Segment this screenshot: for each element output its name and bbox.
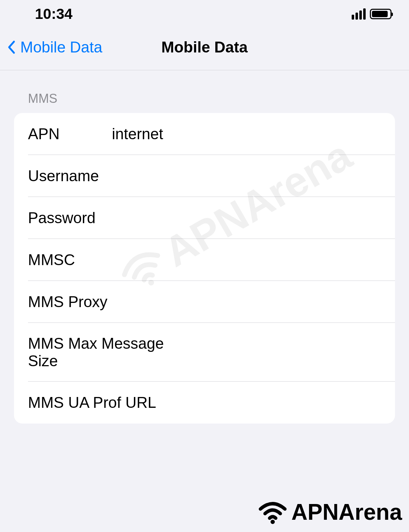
- mms-ua-prof-input[interactable]: [156, 394, 381, 411]
- mms-settings-group: APN Username Password MMSC MMS Proxy MMS…: [14, 113, 395, 424]
- mmsc-input[interactable]: [112, 251, 381, 269]
- apn-label: APN: [28, 125, 112, 143]
- mmsc-row[interactable]: MMSC: [14, 239, 395, 281]
- mms-ua-prof-row[interactable]: MMS UA Prof URL: [14, 382, 395, 424]
- mms-ua-prof-label: MMS UA Prof URL: [28, 394, 156, 411]
- navigation-bar: Mobile Data Mobile Data: [0, 28, 409, 70]
- chevron-left-icon: [7, 40, 15, 54]
- mms-proxy-row[interactable]: MMS Proxy: [14, 281, 395, 323]
- mms-max-size-row[interactable]: MMS Max Message Size: [14, 323, 395, 382]
- password-label: Password: [28, 209, 112, 227]
- footer-logo: APNArena: [257, 499, 402, 525]
- apn-input[interactable]: [112, 125, 381, 143]
- username-input[interactable]: [112, 167, 381, 185]
- mms-max-size-label: MMS Max Message Size: [28, 335, 189, 370]
- status-bar: 10:34: [0, 0, 409, 28]
- password-input[interactable]: [112, 209, 381, 227]
- status-indicators: [352, 8, 392, 20]
- section-header-mms: MMS: [0, 70, 409, 113]
- page-title: Mobile Data: [162, 38, 248, 56]
- battery-icon: [370, 9, 392, 19]
- signal-icon: [352, 8, 366, 20]
- mms-max-size-input[interactable]: [189, 343, 381, 361]
- mms-proxy-label: MMS Proxy: [28, 293, 107, 311]
- password-row[interactable]: Password: [14, 197, 395, 239]
- back-label: Mobile Data: [20, 38, 102, 56]
- apn-row[interactable]: APN: [14, 113, 395, 155]
- mmsc-label: MMSC: [28, 251, 112, 269]
- svg-point-1: [271, 520, 275, 524]
- mms-proxy-input[interactable]: [107, 293, 381, 311]
- status-time: 10:34: [35, 6, 72, 22]
- username-row[interactable]: Username: [14, 155, 395, 197]
- wifi-icon: [257, 500, 288, 524]
- back-button[interactable]: Mobile Data: [7, 38, 102, 56]
- username-label: Username: [28, 167, 112, 185]
